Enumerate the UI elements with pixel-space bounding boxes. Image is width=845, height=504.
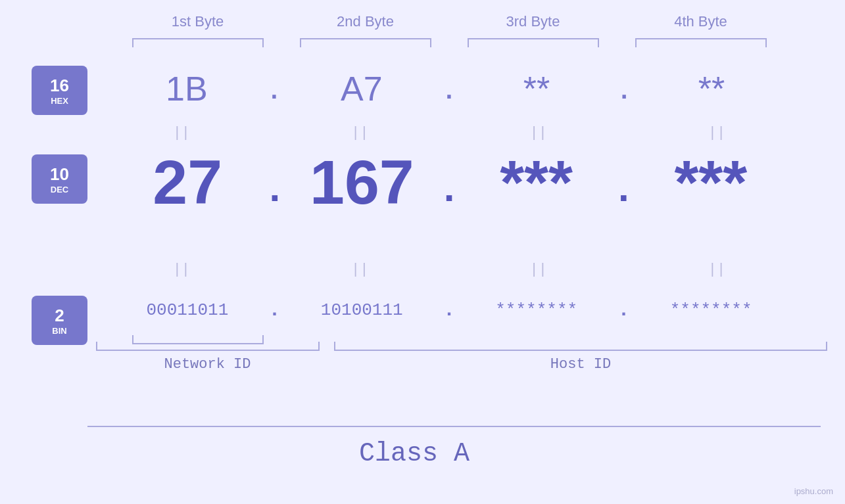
hex-row: 1B . A7 . ** . **: [87, 69, 811, 108]
hex-val-2: A7: [296, 69, 427, 108]
dec-badge: 10 DEC: [32, 154, 87, 204]
sep1-3: ||: [473, 125, 604, 141]
sep1-1: ||: [116, 125, 247, 141]
dec-dot-2: .: [444, 165, 455, 214]
class-label: Class A: [0, 439, 829, 469]
byte-headers: 1st Byte 2nd Byte 3rd Byte 4th Byte: [87, 13, 811, 30]
dec-badge-number: 10: [50, 164, 69, 185]
hex-badge: 16 HEX: [32, 66, 87, 115]
sep2-2: ||: [294, 262, 425, 278]
hex-badge-label: HEX: [51, 96, 68, 106]
hex-val-4: **: [646, 69, 777, 108]
host-id-label: Host ID: [550, 356, 611, 373]
sep2-1: ||: [116, 262, 247, 278]
bin-dot-2: .: [443, 299, 455, 321]
dec-val-1: 27: [122, 151, 253, 214]
byte-header-2: 2nd Byte: [300, 13, 431, 30]
host-id-section: Host ID: [327, 342, 834, 373]
hex-badge-number: 16: [50, 76, 69, 96]
top-bracket-4: [635, 38, 767, 47]
watermark: ipshu.com: [794, 486, 833, 496]
sep1-4: ||: [651, 125, 783, 141]
hex-dot-2: .: [442, 78, 457, 106]
bin-dot-3: .: [617, 299, 629, 321]
top-bracket-2: [300, 38, 431, 47]
bin-val-2: 10100111: [296, 300, 427, 320]
byte-header-3: 3rd Byte: [468, 13, 599, 30]
bin-row: 00011011 . 10100111 . ******** . *******…: [87, 299, 811, 321]
bin-val-3: ********: [471, 300, 602, 320]
sep-row-1: || || || ||: [87, 125, 811, 141]
dec-val-2: 167: [296, 151, 427, 214]
sep2-4: ||: [651, 262, 783, 278]
page-layout: 1st Byte 2nd Byte 3rd Byte 4th Byte 16 H…: [0, 0, 845, 504]
top-bracket-3: [468, 38, 599, 47]
bin-badge: 2 BIN: [32, 296, 87, 345]
bin-badge-label: BIN: [52, 326, 66, 336]
dec-dot-1: .: [269, 165, 280, 214]
top-brackets: [87, 38, 811, 47]
bin-badge-number: 2: [55, 306, 64, 326]
dec-val-3: ***: [471, 151, 602, 214]
sep1-2: ||: [294, 125, 425, 141]
bin-dot-1: .: [269, 299, 281, 321]
dec-badge-label: DEC: [51, 185, 68, 195]
bin-val-1: 00011011: [122, 300, 253, 320]
hex-dot-3: .: [617, 78, 632, 106]
host-id-bracket: [334, 342, 827, 351]
network-id-section: Network ID: [87, 342, 327, 373]
class-bracket: [87, 426, 821, 427]
byte-header-4: 4th Byte: [635, 13, 767, 30]
dec-row: 27 . 167 . *** . ***: [87, 141, 811, 214]
sep-row-2: || || || ||: [87, 262, 811, 278]
dec-val-4: ***: [645, 151, 777, 214]
hex-val-1: 1B: [121, 69, 253, 108]
top-bracket-1: [132, 38, 264, 47]
hex-dot-1: .: [266, 78, 281, 106]
bin-val-4: ********: [645, 300, 777, 320]
hex-val-3: **: [471, 69, 602, 108]
sep2-3: ||: [473, 262, 604, 278]
byte-header-1: 1st Byte: [132, 13, 264, 30]
network-id-label: Network ID: [164, 356, 251, 373]
network-id-bracket: [96, 342, 320, 351]
dec-dot-3: .: [618, 165, 629, 214]
